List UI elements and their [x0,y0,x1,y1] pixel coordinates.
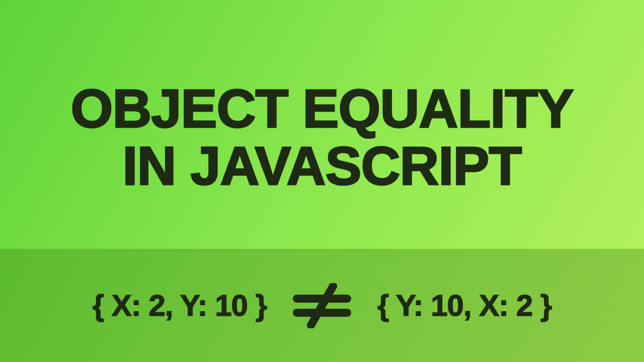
object-literal-right: { Y: 10, X: 2 } [377,288,551,323]
not-equal-icon [287,283,357,328]
title-area: OBJECT EQUALITY IN JAVASCRIPT [0,0,644,249]
object-literal-left: { X: 2, Y: 10 } [93,288,267,323]
example-band: { X: 2, Y: 10 } { Y: 10, X: 2 } [0,249,644,362]
svg-line-2 [311,286,333,325]
title-line-2: IN JAVASCRIPT [122,137,521,194]
title-line-1: OBJECT EQUALITY [70,80,573,137]
